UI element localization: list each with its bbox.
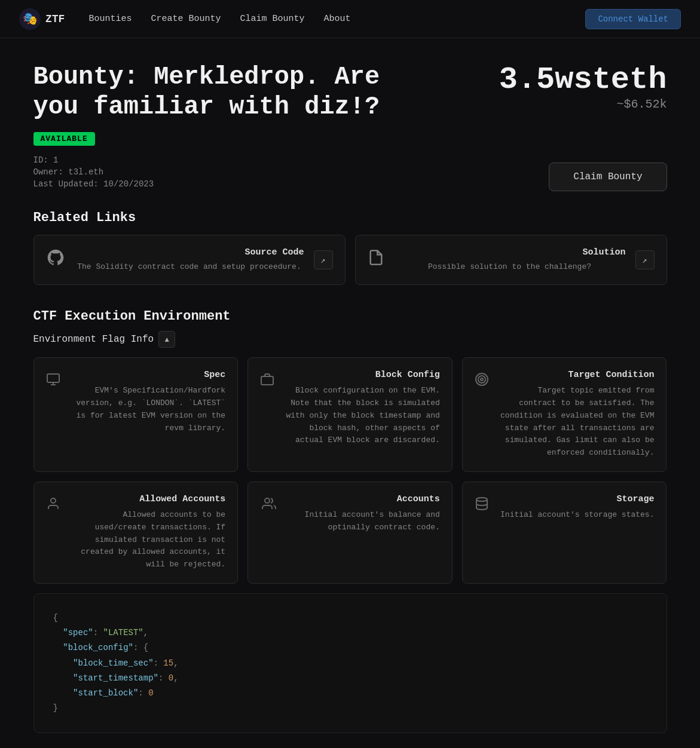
bounty-reward: 3.5wsteth ~$6.52k — [499, 62, 667, 111]
connect-wallet-button[interactable]: Connect Wallet — [585, 9, 681, 29]
nav-link-about[interactable]: About — [323, 14, 350, 24]
reward-amount: 3.5wsteth — [499, 62, 667, 97]
target-condition-card: Target Condition Target topic emitted fr… — [462, 357, 667, 472]
logo-icon: 🎭 — [19, 8, 41, 30]
monitor-icon — [46, 372, 60, 391]
svg-rect-0 — [47, 374, 59, 382]
claim-bounty-button[interactable]: Claim Bounty — [549, 163, 667, 191]
logo-text: ZTF — [45, 13, 65, 25]
env-cards-top-row: Spec EVM's Specification/Hardfork versio… — [33, 357, 667, 472]
spec-card-desc: EVM's Specification/Hardfork version, e.… — [68, 385, 226, 434]
svg-rect-3 — [261, 376, 273, 385]
doc-icon — [368, 249, 384, 271]
env-flag-label: Environment Flag Info — [33, 334, 154, 345]
allowed-accounts-desc: Allowed accounts to be used/create trans… — [68, 509, 226, 571]
bounty-id: ID: 1 — [33, 155, 59, 165]
allowed-accounts-content: Allowed Accounts Allowed accounts to be … — [68, 494, 226, 571]
spec-card-title: Spec — [68, 370, 226, 380]
solution-content: Solution Possible solution to the challe… — [394, 247, 626, 273]
svg-point-6 — [481, 378, 483, 381]
bounty-meta: ID: 1 Owner: t3l.eth Last Updated: 10/20… — [33, 155, 154, 191]
code-line-5: "start_timestamp": 0, — [53, 671, 647, 686]
github-icon — [46, 248, 65, 272]
svg-point-7 — [51, 498, 56, 503]
bounty-owner: Owner: t3l.eth — [33, 167, 104, 177]
spec-card: Spec EVM's Specification/Hardfork versio… — [33, 357, 239, 472]
code-line-1: { — [53, 611, 647, 626]
nav-link-create-bounty[interactable]: Create Bounty — [151, 14, 221, 24]
accounts-title: Accounts — [284, 494, 440, 504]
block-config-card: Block Config Block configuration on the … — [247, 357, 453, 472]
block-config-desc: Block configuration on the EVM. Note tha… — [282, 385, 440, 447]
solution-title: Solution — [394, 247, 626, 257]
meta-updated-row: Last Updated: 10/20/2023 — [33, 179, 154, 189]
target-condition-desc: Target topic emitted from contract to be… — [496, 385, 655, 459]
source-code-content: Source Code The Solidity contract code a… — [75, 247, 304, 273]
block-icon — [260, 372, 274, 391]
source-code-link-icon[interactable]: ↗ — [314, 250, 333, 269]
related-links-grid: Source Code The Solidity contract code a… — [33, 235, 667, 286]
target-icon — [475, 372, 489, 391]
accounts-card: Accounts Initial account's balance and o… — [247, 482, 453, 584]
target-condition-content: Target Condition Target topic emitted fr… — [496, 370, 655, 459]
block-config-content: Block Config Block configuration on the … — [282, 370, 440, 447]
accounts-desc: Initial account's balance and optinally … — [284, 509, 440, 534]
bounty-header: Bounty: Merkledrop. Are you familiar wit… — [33, 62, 667, 122]
meta-owner-row: Owner: t3l.eth — [33, 167, 154, 177]
source-code-desc: The Solidity contract code and setup pro… — [75, 261, 304, 273]
svg-point-5 — [478, 376, 485, 383]
env-cards-bottom-row: Allowed Accounts Allowed accounts to be … — [33, 482, 667, 584]
storage-card: Storage Initial account's storage states… — [462, 482, 667, 584]
storage-content: Storage Initial account's storage states… — [496, 494, 655, 522]
code-block: { "spec": "LATEST", "block_config": { "b… — [33, 593, 667, 733]
nav-logo[interactable]: 🎭 ZTF — [19, 8, 65, 30]
nav-link-claim-bounty[interactable]: Claim Bounty — [240, 14, 304, 24]
meta-id-row: ID: 1 — [33, 155, 154, 165]
svg-point-8 — [265, 498, 270, 503]
group-icon — [260, 496, 277, 515]
allowed-accounts-card: Allowed Accounts Allowed accounts to be … — [33, 482, 239, 584]
allowed-accounts-title: Allowed Accounts — [68, 494, 226, 504]
env-flag-chevron-button[interactable]: ▲ — [158, 331, 175, 348]
storage-icon — [475, 496, 489, 515]
storage-desc: Initial account's storage states. — [496, 509, 655, 522]
nav-links: Bounties Create Bounty Claim Bounty Abou… — [88, 14, 585, 24]
person-icon — [46, 496, 60, 515]
svg-point-9 — [476, 498, 487, 501]
target-condition-title: Target Condition — [496, 370, 655, 380]
code-line-6: "start_block": 0 — [53, 686, 647, 701]
source-code-title: Source Code — [75, 247, 304, 257]
solution-card[interactable]: Solution Possible solution to the challe… — [355, 235, 667, 286]
solution-desc: Possible solution to the challenge? — [394, 261, 626, 273]
code-line-7: } — [53, 701, 647, 716]
env-flag-bar: Environment Flag Info ▲ — [33, 331, 667, 348]
code-line-3: "block_config": { — [53, 640, 647, 655]
source-code-card[interactable]: Source Code The Solidity contract code a… — [33, 235, 346, 286]
bounty-title: Bounty: Merkledrop. Are you familiar wit… — [33, 62, 422, 122]
code-line-4: "block_time_sec": 15, — [53, 656, 647, 671]
solution-link-icon[interactable]: ↗ — [635, 250, 655, 269]
bounty-last-updated: Last Updated: 10/20/2023 — [33, 179, 154, 189]
nav-link-bounties[interactable]: Bounties — [88, 14, 132, 24]
spec-card-content: Spec EVM's Specification/Hardfork versio… — [68, 370, 226, 434]
storage-title: Storage — [496, 494, 655, 504]
accounts-content: Accounts Initial account's balance and o… — [284, 494, 440, 534]
status-badge: AVAILABLE — [33, 132, 95, 146]
navbar: 🎭 ZTF Bounties Create Bounty Claim Bount… — [0, 0, 700, 38]
block-config-title: Block Config — [282, 370, 440, 380]
ctf-section-title: CTF Execution Environment — [33, 309, 667, 324]
reward-usd: ~$6.52k — [499, 97, 667, 111]
code-line-2: "spec": "LATEST", — [53, 626, 647, 640]
main-content: Bounty: Merkledrop. Are you familiar wit… — [22, 38, 679, 748]
related-links-title: Related Links — [33, 210, 667, 225]
